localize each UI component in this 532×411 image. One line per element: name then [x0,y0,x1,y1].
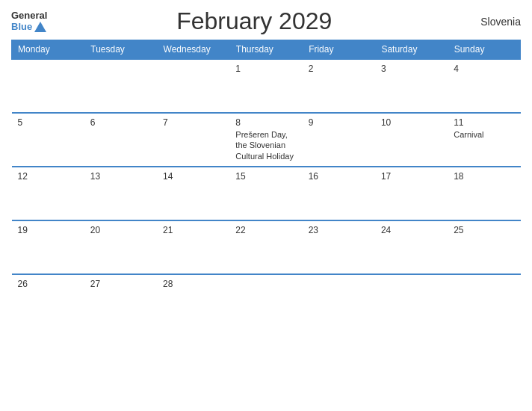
calendar-week-row: 262728 [12,274,521,328]
calendar-cell: 23 [303,220,375,274]
day-number: 21 [163,225,223,235]
calendar-table: Monday Tuesday Wednesday Thursday Friday… [11,40,521,328]
day-number: 7 [163,117,223,128]
calendar-cell: 11Carnival [448,113,520,167]
calendar-cell: 10 [375,113,448,167]
calendar-cell: 25 [448,220,520,274]
day-number: 11 [454,117,514,128]
day-number: 5 [18,117,78,128]
calendar-cell: 17 [375,167,448,220]
calendar-cell: 4 [448,59,520,113]
calendar-cell [229,274,302,328]
logo-blue: Blue [11,22,32,32]
day-number: 13 [90,171,151,182]
day-number: 23 [309,225,369,235]
day-number: 24 [381,225,442,235]
event-text: Prešeren Day, the Slovenian Cultural Hol… [235,130,294,161]
day-number: 6 [90,117,151,128]
day-number: 3 [381,64,442,74]
calendar-cell: 9 [303,113,375,167]
col-wednesday: Wednesday [157,40,229,60]
day-number: 14 [163,171,223,182]
day-number: 28 [163,279,223,289]
day-number: 20 [90,225,151,235]
day-number: 17 [381,171,442,182]
calendar-cell: 5 [12,113,84,167]
day-number: 8 [235,117,296,128]
day-number: 12 [18,171,78,182]
col-friday: Friday [303,40,375,60]
day-number: 15 [235,171,296,182]
day-number: 1 [235,64,296,74]
day-number: 16 [309,171,369,182]
calendar-week-row: 19202122232425 [12,220,521,274]
calendar-cell: 26 [12,274,84,328]
calendar-cell: 7 [157,113,229,167]
header: General Blue February 2029 Slovenia [11,7,521,35]
calendar-cell: 8Prešeren Day, the Slovenian Cultural Ho… [229,113,302,167]
day-number: 22 [235,225,296,235]
calendar-cell: 3 [375,59,448,113]
calendar-cell: 28 [157,274,229,328]
col-saturday: Saturday [375,40,448,60]
day-number: 2 [309,64,369,74]
calendar-page: General Blue February 2029 Slovenia Mond… [0,0,532,411]
day-number: 26 [18,279,78,289]
day-number: 10 [381,117,442,128]
day-number: 9 [309,117,369,128]
calendar-cell: 14 [157,167,229,220]
logo-triangle-icon [34,22,46,32]
calendar-cell [448,274,520,328]
day-number: 25 [454,225,514,235]
calendar-cell: 1 [229,59,302,113]
country-label: Slovenia [461,16,521,28]
calendar-cell: 24 [375,220,448,274]
calendar-cell: 16 [303,167,375,220]
day-number: 4 [454,64,514,74]
calendar-cell: 12 [12,167,84,220]
calendar-cell [84,59,157,113]
calendar-header-row: Monday Tuesday Wednesday Thursday Friday… [12,40,521,60]
calendar-cell: 2 [303,59,375,113]
calendar-cell: 21 [157,220,229,274]
event-text: Carnival [454,130,483,139]
col-sunday: Sunday [448,40,520,60]
calendar-cell [12,59,84,113]
calendar-cell [303,274,375,328]
calendar-cell: 13 [84,167,157,220]
calendar-cell [157,59,229,113]
logo-general: General [11,10,47,21]
calendar-week-row: 5678Prešeren Day, the Slovenian Cultural… [12,113,521,167]
calendar-cell: 15 [229,167,302,220]
calendar-week-row: 12131415161718 [12,167,521,220]
day-number: 19 [18,225,78,235]
day-number: 27 [90,279,151,289]
calendar-cell: 20 [84,220,157,274]
calendar-cell: 19 [12,220,84,274]
day-number: 18 [454,171,514,182]
calendar-cell: 27 [84,274,157,328]
col-thursday: Thursday [229,40,302,60]
calendar-cell [375,274,448,328]
logo: General Blue [11,10,47,32]
col-tuesday: Tuesday [84,40,157,60]
calendar-cell: 18 [448,167,520,220]
calendar-cell: 6 [84,113,157,167]
page-title: February 2029 [176,7,332,35]
calendar-cell: 22 [229,220,302,274]
col-monday: Monday [12,40,84,60]
calendar-week-row: 1234 [12,59,521,113]
